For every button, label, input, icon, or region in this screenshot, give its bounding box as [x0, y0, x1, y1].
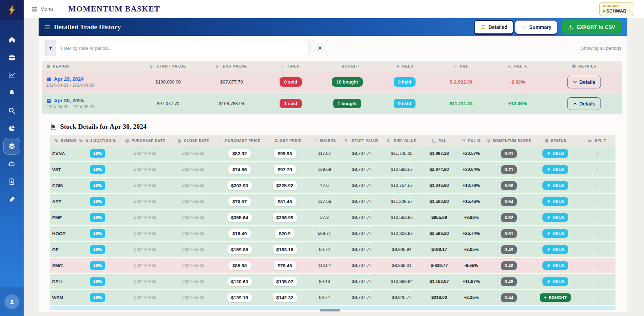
stock-col-shares[interactable]: SHARES — [307, 135, 342, 146]
stock-row: CVNA10%2024-04-302024-05-31$82.92$99.981… — [50, 146, 615, 161]
stock-col-p-l-[interactable]: %P&L % — [456, 135, 486, 146]
split-cell: – — [579, 194, 615, 209]
close-price-cell: $386.99 — [263, 210, 307, 225]
status-badge[interactable]: HELD — [542, 165, 569, 174]
close-price-cell: $163.16 — [263, 242, 307, 257]
end-value-cell: $10,563.66 — [381, 210, 422, 225]
filter-input[interactable] — [56, 40, 308, 56]
status-badge[interactable]: HELD — [542, 245, 569, 254]
stock-col-p-l[interactable]: P&L — [422, 135, 456, 146]
info-icon — [572, 64, 576, 69]
list-icon — [480, 24, 486, 30]
sidebar-item-alerts[interactable] — [0, 84, 24, 102]
stock-col-purchase-price[interactable]: ↑PURCHASE PRICE — [216, 135, 263, 146]
trade-col-p-l-[interactable]: %P&L % — [489, 61, 546, 71]
purchase-date-cell: 2024-04-30 — [120, 210, 170, 225]
sidebar-item-baskets[interactable] — [0, 137, 24, 155]
purchase-price-cell: $85.88 — [216, 258, 263, 273]
sidebar-item-search[interactable] — [0, 102, 24, 119]
end-value-cell: $9,906.94 — [381, 242, 422, 257]
arrow-up-icon: ↑ — [218, 139, 223, 143]
trade-col-start-value[interactable]: $START VALUE — [136, 61, 200, 71]
allocation-cell: 10% — [75, 210, 120, 225]
clear-filter-button[interactable] — [311, 40, 329, 56]
status-badge[interactable]: HELD — [542, 277, 569, 286]
stock-col-status[interactable]: STATUS — [532, 135, 579, 146]
period-date-label: Apr 30, 2024 — [54, 98, 83, 103]
trade-col-end-value[interactable]: $END VALUE — [200, 61, 263, 71]
momentum-score-cell: 0.48 — [486, 258, 532, 273]
menu-toggle-button[interactable]: Menu — [31, 6, 53, 12]
purchase-price-pill: $16.49 — [228, 229, 250, 238]
stock-table-header: SYMBOL%ALLOCATION %PURCHASE DATECLOSE DA… — [50, 135, 615, 146]
status-badge[interactable]: HELD — [542, 181, 569, 190]
start-value-cell: $9,707.77 — [342, 242, 381, 257]
status-badge[interactable]: HELD — [542, 149, 569, 158]
trade-col-held[interactable]: HELD — [376, 61, 433, 71]
close-price-pill: $386.99 — [273, 213, 297, 222]
details-button[interactable]: Details — [567, 97, 601, 110]
tab-summary[interactable]: Summary — [515, 20, 557, 34]
symbol-label: CVNA — [52, 151, 65, 156]
allocation-badge: 10% — [90, 277, 105, 286]
status-badge[interactable]: +BOUGHT — [540, 293, 571, 302]
trade-col-label: P&L % — [514, 64, 528, 68]
stock-col-close-price[interactable]: ↓CLOSE PRICE — [263, 135, 307, 146]
status-label: HELD — [553, 231, 564, 236]
trade-col-p-l[interactable]: P&L — [433, 61, 489, 71]
allocation-badge: 10% — [90, 293, 105, 302]
sidebar-footer — [0, 287, 24, 316]
stock-col-start-value[interactable]: $START VALUE — [342, 135, 381, 146]
stock-col-symbol[interactable]: SYMBOL — [50, 135, 75, 146]
stock-col-close-date[interactable]: CLOSE DATE — [170, 135, 216, 146]
period-link[interactable]: Apr 29, 2024 — [46, 76, 95, 82]
sidebar-item-tools[interactable] — [0, 190, 24, 208]
stock-row: GE10%2024-04-302024-05-31$159.88$163.166… — [50, 242, 615, 257]
purchase-price-pill: $120.63 — [227, 277, 252, 286]
stock-col-allocation-[interactable]: %ALLOCATION % — [75, 135, 120, 146]
details-button[interactable]: Details — [567, 76, 601, 88]
pnl-cell: $-839.77 — [422, 258, 456, 273]
trade-col-details[interactable]: DETAILS — [546, 61, 622, 71]
held-badge-cell: 0 held — [376, 71, 433, 93]
symbol-label: SMCI — [52, 263, 64, 268]
status-label: BOUGHT — [549, 295, 567, 300]
pnl-pct-cell: -8.65% — [456, 258, 486, 273]
stock-col-end-value[interactable]: $END VALUE — [381, 135, 422, 146]
sidebar-item-performance[interactable] — [0, 66, 24, 84]
trade-col-label: START VALUE — [157, 64, 186, 68]
profile-avatar[interactable] — [5, 294, 19, 309]
dollar-icon: $ — [150, 64, 155, 69]
download-icon — [568, 24, 573, 30]
stock-col-label: P&L % — [468, 139, 481, 143]
stock-col-label: CLOSE PRICE — [275, 139, 302, 143]
hamburger-icon — [31, 6, 38, 12]
purchase-date-cell: 2024-04-30 — [120, 274, 170, 289]
period-link[interactable]: Apr 30, 2024 — [46, 98, 95, 103]
horizontal-scrollbar-thumb[interactable] — [320, 309, 340, 311]
app-logo[interactable] — [0, 0, 24, 20]
sidebar-item-portfolio[interactable] — [0, 48, 24, 66]
momentum-score-cell: 0.44 — [486, 290, 532, 305]
trade-col-sold[interactable]: ↓SOLD — [263, 61, 319, 71]
trade-col-label: END VALUE — [223, 64, 247, 68]
sidebar-item-statements[interactable] — [0, 173, 24, 190]
stock-col-momentum-score[interactable]: MOMENTUM SCORE — [486, 135, 532, 146]
trade-col-period[interactable]: PERIOD — [42, 61, 136, 71]
stock-col-split[interactable]: ⇄SPLIT — [579, 135, 615, 146]
trade-col-bought[interactable]: ↑BOUGHT — [319, 61, 376, 71]
tab-detailed[interactable]: Detailed — [474, 20, 514, 34]
sidebar-item-allocation[interactable] — [0, 119, 24, 137]
status-badge[interactable]: HELD — [542, 213, 569, 222]
status-badge[interactable]: HELD — [542, 197, 569, 206]
stock-col-purchase-date[interactable]: PURCHASE DATE — [120, 135, 170, 146]
symbol-label: VST — [52, 167, 61, 172]
sidebar-item-home[interactable] — [0, 31, 24, 48]
account-selector[interactable]: ACCOUNT SCHWAB — [599, 2, 634, 16]
export-csv-button[interactable]: EXPORT to CSV — [562, 20, 621, 34]
status-badge[interactable]: HELD — [542, 229, 569, 238]
status-badge[interactable]: HELD — [542, 261, 569, 270]
close-date-cell: 2024-05-31 — [170, 162, 216, 177]
sidebar-item-assistant[interactable] — [0, 155, 24, 173]
split-cell: – — [579, 290, 615, 305]
